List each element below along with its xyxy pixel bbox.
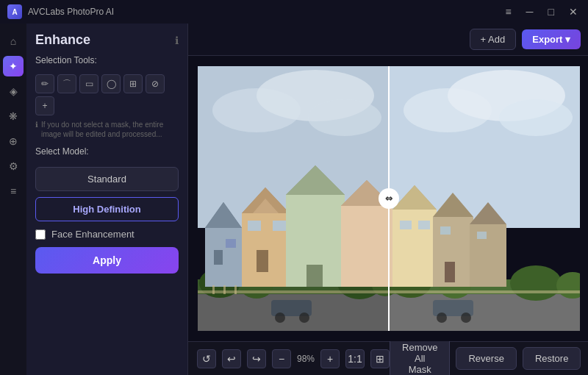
svg-point-20 xyxy=(510,265,562,301)
title-bar-controls: ≡ ─ □ ✕ xyxy=(502,4,581,19)
minimize-btn[interactable]: ─ xyxy=(523,4,537,19)
zoom-level: 98% xyxy=(297,354,315,364)
sidebar-icon-effects[interactable]: ❋ xyxy=(3,106,24,126)
sidebar-icon-adjust[interactable]: ⚙ xyxy=(3,156,24,176)
svg-rect-29 xyxy=(226,239,236,248)
svg-point-82 xyxy=(275,312,285,323)
sidebar-icon-enhance[interactable]: ✦ xyxy=(3,56,24,76)
tools-hint: ℹ If you do not select a mask, the entir… xyxy=(35,120,179,139)
hd-model-btn[interactable]: High Definition xyxy=(35,197,179,221)
svg-rect-76 xyxy=(198,290,389,293)
hint-icon: ℹ xyxy=(35,120,38,129)
svg-rect-26 xyxy=(205,228,242,287)
svg-point-9 xyxy=(499,99,573,136)
svg-rect-74 xyxy=(440,226,451,235)
svg-rect-41 xyxy=(248,221,261,231)
remove-all-mask-btn[interactable]: Remove All Mask xyxy=(390,336,450,375)
add-tool[interactable]: + xyxy=(35,96,54,115)
zoom-in-btn[interactable]: + xyxy=(320,349,340,368)
svg-rect-77 xyxy=(212,285,215,294)
ratio-btn[interactable]: 1:1 xyxy=(345,349,365,368)
hint-text: If you do not select a mask, the entire … xyxy=(41,120,179,139)
select-model-section: Select Model: Standard High Definition xyxy=(35,146,179,221)
sidebar-icon-home[interactable]: ⌂ xyxy=(3,31,24,51)
face-enhancement-checkbox[interactable] xyxy=(35,229,46,240)
svg-rect-60 xyxy=(341,206,392,287)
content-area: + Add Export ▾ xyxy=(188,24,588,375)
restore-btn[interactable]: Restore xyxy=(523,347,581,370)
menu-btn[interactable]: ≡ xyxy=(502,4,514,19)
svg-point-86 xyxy=(461,312,471,323)
svg-point-85 xyxy=(437,312,447,323)
left-panel: Enhance ℹ Selection Tools: ✏ ⌒ ▭ ◯ ⊞ ⊘ +… xyxy=(26,24,188,375)
top-bar: + Add Export ▾ xyxy=(188,24,588,56)
ellipse-tool[interactable]: ◯ xyxy=(101,74,121,93)
select-model-label: Select Model: xyxy=(35,146,179,157)
export-button[interactable]: Export ▾ xyxy=(522,29,581,49)
title-bar: A AVCLabs PhotoPro AI ≡ ─ □ ✕ xyxy=(0,0,588,24)
image-container: ⇔ xyxy=(198,66,580,331)
app-title: AVCLabs PhotoPro AI xyxy=(28,7,114,17)
bottom-bar: ↺ ↩ ↪ − 98% + 1:1 ⊞ Remove All Mask Reve… xyxy=(188,341,588,375)
svg-rect-40 xyxy=(257,250,268,272)
sidebar-icon-retouch[interactable]: ◈ xyxy=(3,81,24,101)
main-layout: ⌂ ✦ ◈ ❋ ⊕ ⚙ ≡ Enhance ℹ Selection Tools:… xyxy=(0,24,588,375)
selection-tools-section: Selection Tools: ✏ ⌒ ▭ ◯ ⊞ ⊘ + ℹ If you … xyxy=(35,55,179,139)
fit-btn[interactable]: ⊞ xyxy=(370,349,390,368)
divider-handle[interactable]: ⇔ xyxy=(379,188,399,209)
export-arrow-icon: ▾ xyxy=(565,34,570,45)
face-enhancement-label[interactable]: Face Enhancement xyxy=(51,229,135,240)
rect-tool[interactable]: ▭ xyxy=(79,74,98,93)
svg-point-5 xyxy=(308,99,381,136)
pen-tool[interactable]: ✏ xyxy=(35,74,54,93)
brush-tool[interactable]: ⊘ xyxy=(146,74,165,93)
svg-rect-13 xyxy=(389,294,580,331)
maximize-btn[interactable]: □ xyxy=(545,4,557,19)
svg-rect-70 xyxy=(470,224,506,287)
panel-header: Enhance ℹ xyxy=(35,32,179,48)
canvas-area[interactable]: ⇔ xyxy=(188,56,588,341)
standard-model-btn[interactable]: Standard xyxy=(35,167,179,191)
svg-rect-80 xyxy=(389,290,580,293)
svg-rect-73 xyxy=(418,221,430,229)
selection-tools-label: Selection Tools: xyxy=(35,55,179,65)
reverse-btn[interactable]: Reverse xyxy=(456,347,516,370)
redo-btn[interactable]: ↪ xyxy=(247,349,266,368)
add-button[interactable]: + Add xyxy=(470,29,517,50)
lasso-tool[interactable]: ⌒ xyxy=(57,74,76,93)
svg-rect-75 xyxy=(477,232,487,239)
svg-rect-28 xyxy=(214,250,223,265)
svg-rect-69 xyxy=(445,262,455,282)
icon-sidebar: ⌂ ✦ ◈ ❋ ⊕ ⚙ ≡ xyxy=(0,24,26,375)
undo-btn[interactable]: ↩ xyxy=(222,349,241,368)
zoom-out-btn[interactable]: − xyxy=(272,349,291,368)
divider-handle-icon: ⇔ xyxy=(385,193,392,204)
svg-point-83 xyxy=(299,312,309,323)
tools-row: ✏ ⌒ ▭ ◯ ⊞ ⊘ + xyxy=(35,74,179,115)
svg-rect-42 xyxy=(273,221,286,231)
panel-title: Enhance xyxy=(35,32,90,48)
svg-rect-78 xyxy=(223,285,226,294)
sidebar-icon-tools[interactable]: ≡ xyxy=(3,181,24,201)
zoom-controls: ↺ ↩ ↪ − 98% + 1:1 ⊞ xyxy=(197,349,390,368)
info-icon[interactable]: ℹ xyxy=(175,35,179,46)
magic-tool[interactable]: ⊞ xyxy=(123,74,143,93)
svg-rect-72 xyxy=(400,221,412,229)
app-logo: A xyxy=(7,4,22,19)
svg-rect-79 xyxy=(234,285,237,294)
close-btn[interactable]: ✕ xyxy=(566,4,581,19)
bottom-actions: Remove All Mask Reverse Restore xyxy=(390,336,581,375)
apply-button[interactable]: Apply xyxy=(35,247,179,274)
rotate-btn[interactable]: ↺ xyxy=(197,349,216,368)
sidebar-icon-object[interactable]: ⊕ xyxy=(3,131,24,151)
face-enhancement-section: Face Enhancement xyxy=(35,229,179,240)
title-bar-left: A AVCLabs PhotoPro AI xyxy=(7,4,114,19)
svg-rect-54 xyxy=(306,265,323,287)
export-label: Export xyxy=(532,34,562,45)
